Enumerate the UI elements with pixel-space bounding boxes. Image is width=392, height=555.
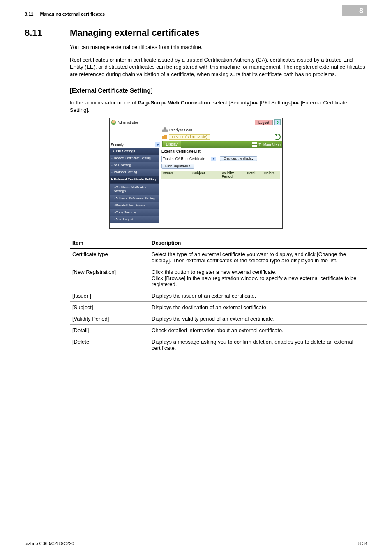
table-cell-description: Click this button to register a new exte… <box>149 266 368 290</box>
nav-device-cert[interactable]: Device Certificate Setting <box>110 155 159 162</box>
nav-copy-security[interactable]: Copy Security <box>110 209 159 216</box>
new-registration-button[interactable]: New Registration <box>161 164 194 169</box>
section-heading: 8.11 Managing external certificates <box>25 28 367 38</box>
menu-icon[interactable] <box>252 142 257 147</box>
table-cell-item: [Issuer ] <box>70 290 149 302</box>
path-prefix: In the administrator mode of <box>70 99 138 106</box>
table-cell-item: [Subject] <box>70 302 149 313</box>
col-validity: Validity Period <box>220 171 245 179</box>
col-subject: Subject <box>191 171 220 179</box>
changes-display-button[interactable]: Changes the display <box>220 156 257 161</box>
app-category-bar: Security ▾ Display To Main Menu <box>110 141 282 148</box>
header-section-title: Managing external certificates <box>40 12 342 16</box>
nav-cert-verification[interactable]: Certificate Verification Settings <box>110 184 159 195</box>
section-title: Managing external certificates <box>70 28 199 38</box>
app-top-bar: Administrator Logout ? <box>110 118 282 127</box>
help-icon[interactable]: ? <box>274 119 281 125</box>
path-seg2: [PKI Settings] <box>258 99 293 106</box>
nav-external-cert-setting[interactable]: External Certificate Setting <box>110 176 159 184</box>
table-row: [Issuer ]Displays the issuer of an exter… <box>70 290 367 302</box>
col-detail: Detail <box>245 171 263 179</box>
table-row: [Validity Period]Displays the validity p… <box>70 313 367 325</box>
table-cell-description: Select the type of an external certifica… <box>149 249 368 266</box>
navigation-path-sentence: In the administrator mode of PageScope W… <box>70 99 367 113</box>
cert-type-value: Trusted CA Root Certificate <box>163 157 205 161</box>
table-cell-description: Check detailed information about an exte… <box>149 325 368 336</box>
chapter-tab: 8 <box>342 5 367 16</box>
app-status-bar: Ready to Scan <box>110 127 282 133</box>
pane-title: External Certificate List <box>161 150 280 153</box>
table-row: [Subject]Displays the destination of an … <box>70 302 367 313</box>
table-head-item: Item <box>70 237 149 249</box>
table-row: [Detail]Check detailed information about… <box>70 325 367 336</box>
product-name: PageScope Web Connection <box>138 99 210 106</box>
category-value: Security <box>111 143 124 147</box>
chevron-down-icon: ▾ <box>211 157 216 161</box>
table-cell-description: Displays a message asking you to confirm… <box>149 336 368 354</box>
table-cell-item: [Delete] <box>70 336 149 354</box>
table-row: [Delete]Displays a message asking you to… <box>70 336 367 354</box>
table-row: Certificate typeSelect the type of an ex… <box>70 249 367 266</box>
display-button[interactable]: Display <box>162 141 181 147</box>
nav-pki-settings[interactable]: PKI Settings <box>110 148 159 155</box>
embedded-app-screenshot: Administrator Logout ? Ready to Scan In … <box>109 118 283 229</box>
folder-icon <box>162 135 167 139</box>
running-header: 8.11 Managing external certificates 8 <box>25 7 367 18</box>
detail-paragraph: Root certificates or interim certificate… <box>70 56 367 78</box>
table-cell-item: Certificate type <box>70 249 149 266</box>
table-head-description: Description <box>149 237 368 249</box>
table-cell-item: [New Registration] <box>70 266 149 290</box>
arrow-icon: ▸▸ <box>252 99 258 106</box>
chevron-down-icon: ▾ <box>155 142 160 147</box>
col-issuer: Issuer <box>161 171 191 179</box>
role-label: Administrator <box>118 121 138 125</box>
subheading-external-cert-setting: [External Certificate Setting] <box>70 87 367 94</box>
path-mid1: , select [Security] <box>210 99 253 106</box>
col-delete: Delete <box>263 171 280 179</box>
arrow-icon: ▸▸ <box>293 99 299 106</box>
nav-protocol-setting[interactable]: Protocol Setting <box>110 169 159 176</box>
table-cell-description: Displays the validity period of an exter… <box>149 313 368 325</box>
table-cell-item: [Validity Period] <box>70 313 149 325</box>
nav-auto-logout[interactable]: Auto Logout <box>110 216 159 223</box>
refresh-icon[interactable] <box>274 134 281 140</box>
nav-ssl-setting[interactable]: SSL Setting <box>110 162 159 169</box>
cert-type-select[interactable]: Trusted CA Root Certificate ▾ <box>161 156 217 162</box>
printer-icon <box>162 127 168 132</box>
side-nav: PKI Settings Device Certificate Setting … <box>110 148 159 228</box>
content-pane: External Certificate List Trusted CA Roo… <box>159 148 282 228</box>
app-mode-bar: In Menu (Admin Mode) <box>110 133 282 141</box>
category-select[interactable]: Security ▾ <box>110 141 161 148</box>
header-section-number: 8.11 <box>25 12 33 16</box>
footer-model: bizhub C360/C280/C220 <box>25 541 358 546</box>
status-text: Ready to Scan <box>169 128 192 132</box>
intro-paragraph: You can manage external certificates fro… <box>70 44 367 51</box>
to-main-menu-link[interactable]: To Main Menu <box>259 143 281 147</box>
list-header: Issuer Subject Validity Period Detail De… <box>161 171 280 179</box>
user-icon <box>111 120 116 125</box>
description-table: Item Description Certificate typeSelect … <box>70 237 367 354</box>
logout-button[interactable]: Logout <box>255 120 273 125</box>
nav-restrict-user-access[interactable]: Restrict User Access <box>110 202 159 209</box>
nav-address-reference[interactable]: Address Reference Setting <box>110 195 159 202</box>
table-row: [New Registration]Click this button to r… <box>70 266 367 290</box>
mode-badge: In Menu (Admin Mode) <box>169 134 210 140</box>
table-cell-description: Displays the issuer of an external certi… <box>149 290 368 302</box>
section-number: 8.11 <box>25 28 70 38</box>
main-menu-area: To Main Menu <box>181 141 282 148</box>
footer-page-number: 8-34 <box>358 541 367 546</box>
page-footer: bizhub C360/C280/C220 8-34 <box>25 539 367 546</box>
table-cell-description: Displays the destination of an external … <box>149 302 368 313</box>
table-cell-item: [Detail] <box>70 325 149 336</box>
